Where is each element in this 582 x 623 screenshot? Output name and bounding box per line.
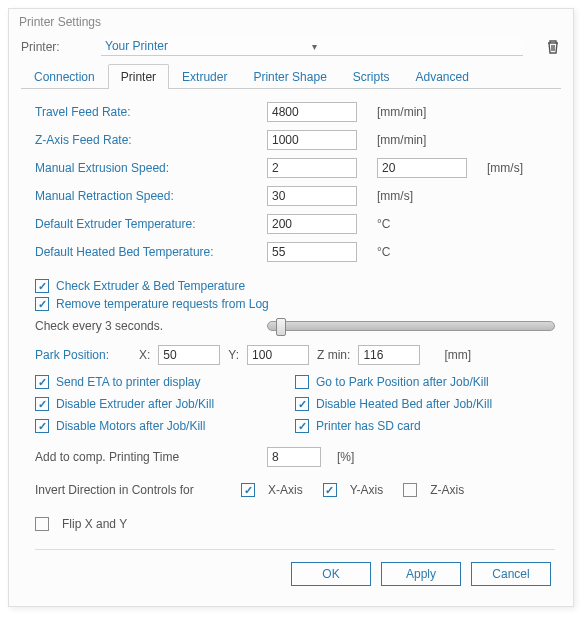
manual-retraction-label: Manual Retraction Speed: — [35, 189, 267, 203]
invert-y-label: Y-Axis — [350, 483, 384, 497]
default-bed-temp-unit: °C — [377, 245, 390, 259]
printer-selector-row: Printer: Your Printer ▾ — [21, 37, 561, 56]
flip-xy-checkbox[interactable] — [35, 517, 49, 531]
default-extruder-temp-input[interactable] — [267, 214, 357, 234]
printer-tab-panel: Travel Feed Rate: [mm/min] Z-Axis Feed R… — [21, 89, 561, 594]
window-title: Printer Settings — [9, 9, 573, 31]
manual-retraction-unit: [mm/s] — [377, 189, 413, 203]
invert-z-label: Z-Axis — [430, 483, 464, 497]
chevron-down-icon: ▾ — [312, 41, 519, 52]
check-interval-slider[interactable] — [267, 321, 555, 331]
tab-connection[interactable]: Connection — [21, 64, 108, 89]
tab-printer-shape[interactable]: Printer Shape — [240, 64, 339, 89]
trash-icon — [545, 39, 561, 55]
invert-y-checkbox[interactable] — [323, 483, 337, 497]
remove-log-checkbox[interactable] — [35, 297, 49, 311]
cancel-button[interactable]: Cancel — [471, 562, 551, 586]
manual-retraction-input[interactable] — [267, 186, 357, 206]
disable-motors-label: Disable Motors after Job/Kill — [56, 419, 205, 433]
invert-label: Invert Direction in Controls for — [35, 483, 221, 497]
park-zmin-input[interactable] — [358, 345, 420, 365]
tab-bar: Connection Printer Extruder Printer Shap… — [21, 64, 561, 89]
disable-motors-checkbox[interactable] — [35, 419, 49, 433]
manual-extrusion-unit: [mm/s] — [487, 161, 523, 175]
separator — [35, 549, 555, 550]
ok-button[interactable]: OK — [291, 562, 371, 586]
printer-label: Printer: — [21, 40, 93, 54]
disable-bed-checkbox[interactable] — [295, 397, 309, 411]
printer-selected-value: Your Printer — [105, 39, 312, 53]
check-temp-label: Check Extruder & Bed Temperature — [56, 279, 245, 293]
travel-feed-input[interactable] — [267, 102, 357, 122]
disable-extruder-label: Disable Extruder after Job/Kill — [56, 397, 214, 411]
add-time-unit: [%] — [337, 450, 354, 464]
goto-park-checkbox[interactable] — [295, 375, 309, 389]
invert-x-checkbox[interactable] — [241, 483, 255, 497]
send-eta-label: Send ETA to printer display — [56, 375, 201, 389]
invert-z-checkbox[interactable] — [403, 483, 417, 497]
tab-scripts[interactable]: Scripts — [340, 64, 403, 89]
default-extruder-temp-unit: °C — [377, 217, 390, 231]
delete-printer-button[interactable] — [545, 39, 561, 55]
zaxis-feed-label: Z-Axis Feed Rate: — [35, 133, 267, 147]
manual-extrusion-input-2[interactable] — [377, 158, 467, 178]
default-bed-temp-label: Default Heated Bed Temperature: — [35, 245, 267, 259]
flip-xy-label: Flip X and Y — [62, 517, 127, 531]
park-position-label: Park Position: — [35, 348, 131, 362]
add-time-label: Add to comp. Printing Time — [35, 450, 267, 464]
park-x-input[interactable] — [158, 345, 220, 365]
tab-advanced[interactable]: Advanced — [403, 64, 482, 89]
check-interval-label: Check every 3 seconds. — [35, 319, 267, 333]
invert-x-label: X-Axis — [268, 483, 303, 497]
has-sd-label: Printer has SD card — [316, 419, 421, 433]
zaxis-feed-unit: [mm/min] — [377, 133, 426, 147]
printer-settings-window: Printer Settings Printer: Your Printer ▾… — [8, 8, 574, 607]
disable-bed-label: Disable Heated Bed after Job/Kill — [316, 397, 492, 411]
travel-feed-label: Travel Feed Rate: — [35, 105, 267, 119]
manual-extrusion-label: Manual Extrusion Speed: — [35, 161, 267, 175]
tab-printer[interactable]: Printer — [108, 64, 169, 89]
manual-extrusion-input-1[interactable] — [267, 158, 357, 178]
default-extruder-temp-label: Default Extruder Temperature: — [35, 217, 267, 231]
park-x-label: X: — [139, 348, 150, 362]
travel-feed-unit: [mm/min] — [377, 105, 426, 119]
remove-log-label: Remove temperature requests from Log — [56, 297, 269, 311]
printer-combobox[interactable]: Your Printer ▾ — [101, 37, 523, 56]
tab-extruder[interactable]: Extruder — [169, 64, 240, 89]
has-sd-checkbox[interactable] — [295, 419, 309, 433]
default-bed-temp-input[interactable] — [267, 242, 357, 262]
check-temp-checkbox[interactable] — [35, 279, 49, 293]
goto-park-label: Go to Park Position after Job/Kill — [316, 375, 489, 389]
add-time-input[interactable] — [267, 447, 321, 467]
send-eta-checkbox[interactable] — [35, 375, 49, 389]
park-y-label: Y: — [228, 348, 239, 362]
disable-extruder-checkbox[interactable] — [35, 397, 49, 411]
park-zmin-label: Z min: — [317, 348, 350, 362]
slider-thumb[interactable] — [276, 318, 286, 336]
park-y-input[interactable] — [247, 345, 309, 365]
apply-button[interactable]: Apply — [381, 562, 461, 586]
zaxis-feed-input[interactable] — [267, 130, 357, 150]
park-unit: [mm] — [444, 348, 471, 362]
dialog-buttons: OK Apply Cancel — [35, 562, 555, 588]
